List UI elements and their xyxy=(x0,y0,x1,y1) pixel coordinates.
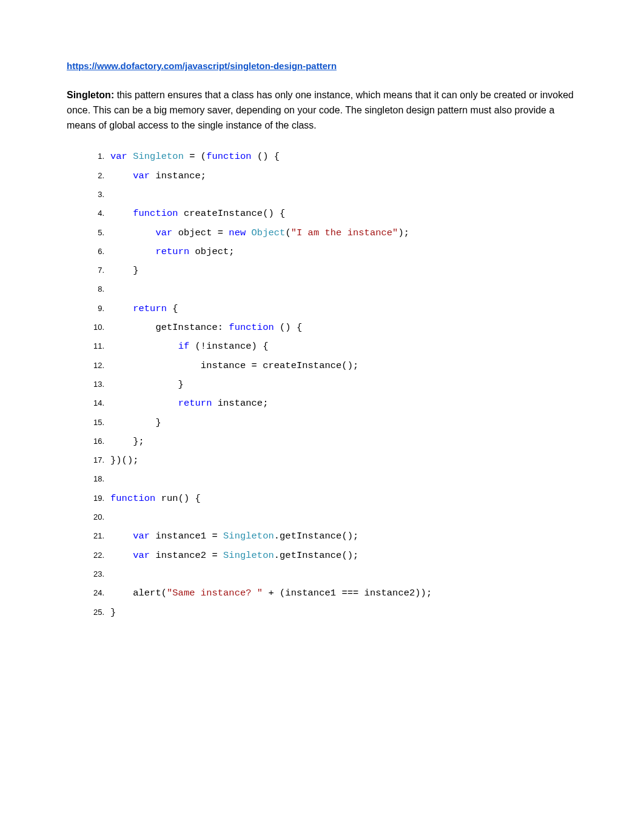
code-line: 8. xyxy=(85,280,577,299)
code-line: 5. var object = new Object("I am the ins… xyxy=(85,224,577,243)
token-plain: + (instance1 === instance2)); xyxy=(263,588,432,599)
token-plain: () { xyxy=(274,322,303,333)
code-content: getInstance: function () { xyxy=(110,318,302,337)
code-line: 15. } xyxy=(85,414,577,432)
line-number: 19. xyxy=(85,491,104,506)
token-plain xyxy=(127,151,133,162)
code-content: }; xyxy=(110,432,144,451)
token-keyword: function xyxy=(110,493,155,504)
code-line: 16. }; xyxy=(85,432,577,451)
paragraph-bold-lead: Singleton: xyxy=(67,90,114,100)
line-number: 25. xyxy=(85,605,104,620)
code-content: var instance1 = Singleton.getInstance(); xyxy=(110,527,358,546)
token-plain xyxy=(110,303,133,314)
code-content: instance = createInstance(); xyxy=(110,357,358,375)
code-line: 13. } xyxy=(85,375,577,394)
code-line: 11. if (!instance) { xyxy=(85,337,577,356)
token-plain: instance1 = xyxy=(150,531,223,542)
token-plain: alert( xyxy=(110,588,167,599)
line-number: 12. xyxy=(85,358,104,374)
code-content: } xyxy=(110,261,139,280)
code-line: 18. xyxy=(85,470,577,489)
token-plain: object; xyxy=(189,246,234,257)
token-plain: createInstance() { xyxy=(178,208,286,219)
token-plain: }; xyxy=(110,436,144,447)
line-number: 15. xyxy=(85,415,104,431)
token-plain: .getInstance(); xyxy=(274,531,359,542)
code-line: 17.})(); xyxy=(85,451,577,470)
token-string: "Same instance? " xyxy=(167,588,263,599)
code-line: 23. xyxy=(85,565,577,584)
code-content xyxy=(110,508,116,527)
line-number: 1. xyxy=(85,149,104,164)
token-keyword: var xyxy=(155,227,172,238)
line-number: 18. xyxy=(85,471,104,487)
token-plain: instance; xyxy=(150,170,206,181)
code-content: var Singleton = (function () { xyxy=(110,147,280,166)
line-number: 8. xyxy=(85,281,104,297)
token-keyword: function xyxy=(206,151,251,162)
line-number: 9. xyxy=(85,301,104,317)
token-plain: { xyxy=(167,303,178,314)
line-number: 23. xyxy=(85,566,104,582)
code-content: return object; xyxy=(110,243,235,261)
token-class: Singleton xyxy=(223,550,274,561)
code-content: } xyxy=(110,603,116,622)
code-line: 24. alert("Same instance? " + (instance1… xyxy=(85,584,577,603)
code-content: function createInstance() { xyxy=(110,204,285,223)
code-content: function run() { xyxy=(110,489,201,508)
code-line: 7. } xyxy=(85,261,577,280)
token-plain: ); xyxy=(398,227,409,238)
line-number: 7. xyxy=(85,263,104,278)
code-content xyxy=(110,565,116,584)
token-keyword: function xyxy=(133,208,178,219)
token-keyword: var xyxy=(133,170,150,181)
code-line: 2. var instance; xyxy=(85,167,577,186)
code-content xyxy=(110,186,116,204)
reference-link[interactable]: https://www.dofactory.com/javascript/sin… xyxy=(67,61,337,71)
token-keyword: if xyxy=(178,341,190,352)
token-plain: ( xyxy=(285,227,290,238)
code-content: if (!instance) { xyxy=(110,337,268,356)
token-plain: instance; xyxy=(212,398,268,409)
token-plain xyxy=(110,550,133,561)
line-number: 10. xyxy=(85,320,104,335)
token-class: Singleton xyxy=(133,151,184,162)
line-number: 5. xyxy=(85,225,104,241)
code-content: var instance; xyxy=(110,167,206,186)
token-plain xyxy=(246,227,251,238)
description-paragraph: Singleton: this pattern ensures that a c… xyxy=(67,88,577,133)
token-plain: } xyxy=(110,417,161,428)
token-plain: } xyxy=(110,379,184,390)
token-plain: } xyxy=(110,607,116,618)
line-number: 4. xyxy=(85,206,104,221)
token-plain: .getInstance(); xyxy=(274,550,359,561)
code-content: var instance2 = Singleton.getInstance(); xyxy=(110,546,358,565)
code-content xyxy=(110,280,116,299)
token-keyword: function xyxy=(229,322,273,333)
token-plain: } xyxy=(110,265,139,276)
token-plain: () { xyxy=(252,151,280,162)
code-content xyxy=(110,470,116,489)
line-number: 17. xyxy=(85,452,104,468)
code-line: 6. return object; xyxy=(85,243,577,261)
line-number: 3. xyxy=(85,187,104,203)
code-line: 10. getInstance: function () { xyxy=(85,318,577,337)
code-line: 21. var instance1 = Singleton.getInstanc… xyxy=(85,527,577,546)
token-plain: instance2 = xyxy=(150,550,223,561)
token-class: Singleton xyxy=(223,531,274,542)
token-keyword: new xyxy=(229,227,246,238)
code-content: } xyxy=(110,414,161,432)
line-number: 2. xyxy=(85,168,104,184)
line-number: 6. xyxy=(85,244,104,260)
token-plain xyxy=(110,398,178,409)
token-plain: getInstance: xyxy=(110,322,229,333)
token-class: Object xyxy=(252,227,286,238)
token-plain xyxy=(110,531,133,542)
token-keyword: return xyxy=(133,303,167,314)
token-plain xyxy=(110,341,178,352)
code-line: 3. xyxy=(85,186,577,204)
token-keyword: var xyxy=(110,151,127,162)
code-line: 12. instance = createInstance(); xyxy=(85,357,577,375)
code-line: 9. return { xyxy=(85,300,577,318)
